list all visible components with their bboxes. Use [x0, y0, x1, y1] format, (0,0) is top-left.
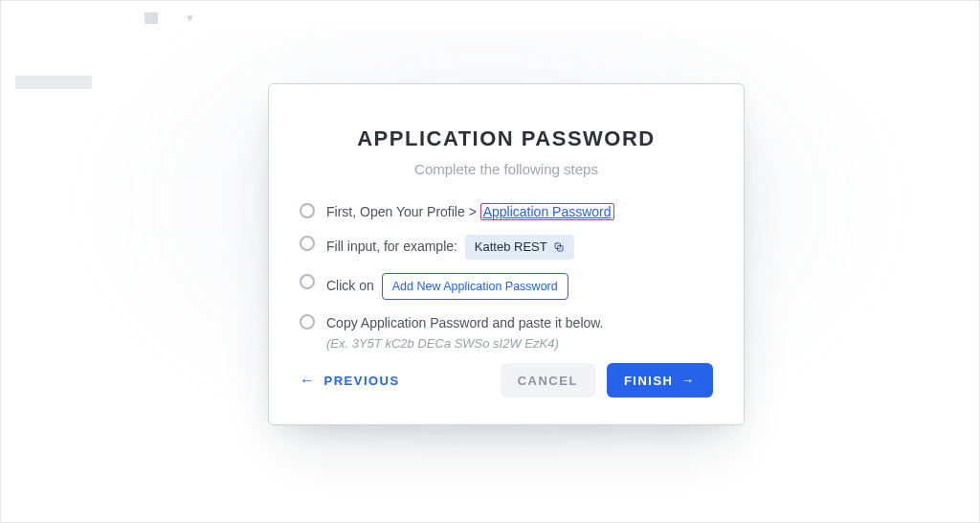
- step-1-prefix: First, Open Your Profile >: [326, 204, 480, 219]
- modal-title: APPLICATION PASSWORD: [300, 126, 713, 151]
- step-1: First, Open Your Profile > Application P…: [300, 202, 713, 221]
- modal-subtitle: Complete the following steps: [300, 161, 713, 177]
- step-2-prefix: Fill input, for example:: [326, 239, 457, 254]
- background-sidebar-label: [15, 76, 92, 89]
- step-4: Copy Application Password and paste it b…: [300, 313, 713, 353]
- finish-label: FINISH: [624, 374, 674, 388]
- step-3-prefix: Click on: [326, 278, 374, 293]
- copy-icon: [553, 241, 565, 253]
- step-radio[interactable]: [300, 203, 315, 218]
- step-2: Fill input, for example: Katteb REST: [300, 235, 713, 260]
- step-4-hint: (Ex. 3Y5T kC2b DECa SWSo sI2W EzK4): [326, 334, 604, 353]
- example-input-text: Katteb REST: [475, 238, 547, 257]
- previous-button[interactable]: ← PREVIOUS: [300, 372, 400, 389]
- step-radio[interactable]: [300, 236, 315, 251]
- application-password-link[interactable]: Application Password: [480, 203, 614, 220]
- example-input-pill[interactable]: Katteb REST: [465, 235, 574, 260]
- bg-glyph: [145, 12, 158, 24]
- step-radio[interactable]: [300, 274, 315, 289]
- add-new-application-password-button[interactable]: Add New Application Password: [382, 273, 568, 300]
- step-3: Click on Add New Application Password: [300, 273, 713, 300]
- cancel-button[interactable]: CANCEL: [501, 363, 595, 398]
- modal-footer: ← PREVIOUS CANCEL FINISH →: [300, 363, 713, 398]
- background-topbar: ▾: [145, 11, 193, 25]
- previous-label: PREVIOUS: [324, 374, 400, 388]
- application-password-modal: APPLICATION PASSWORD Complete the follow…: [268, 83, 745, 425]
- finish-button[interactable]: FINISH →: [607, 363, 713, 398]
- arrow-left-icon: ←: [300, 372, 317, 389]
- steps-list: First, Open Your Profile > Application P…: [300, 202, 713, 353]
- bg-dropdown: ▾: [187, 11, 193, 25]
- arrow-right-icon: →: [681, 373, 697, 388]
- step-radio[interactable]: [300, 314, 315, 330]
- step-4-line: Copy Application Password and paste it b…: [326, 313, 604, 332]
